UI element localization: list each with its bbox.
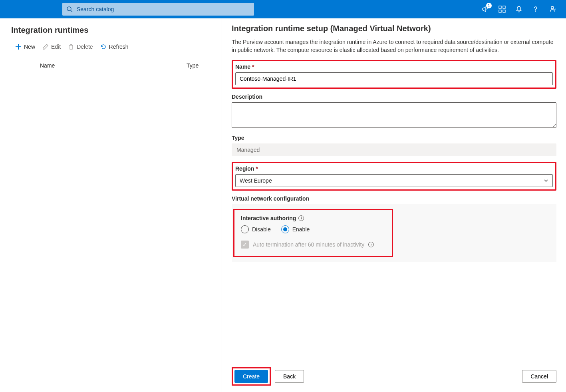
name-highlight: Name *: [232, 60, 556, 89]
trash-icon: [68, 44, 74, 50]
topbar-right: 1: [481, 5, 560, 13]
name-input[interactable]: [235, 72, 553, 85]
right-panel: Integration runtime setup (Managed Virtu…: [222, 18, 566, 392]
authoring-radios: Disable Enable: [241, 225, 385, 233]
back-button[interactable]: Back: [275, 370, 304, 383]
create-button[interactable]: Create: [234, 370, 268, 383]
checkmark-icon: ✓: [242, 241, 247, 248]
svg-point-6: [551, 6, 554, 9]
chevron-down-icon: [544, 178, 548, 183]
new-label: New: [24, 44, 35, 50]
required-asterisk: *: [252, 64, 254, 70]
description-label: Description: [232, 94, 556, 100]
radio-enable[interactable]: Enable: [281, 225, 310, 233]
edit-label: Edit: [51, 44, 61, 50]
new-button[interactable]: New: [15, 44, 35, 50]
collections-icon[interactable]: [498, 5, 506, 13]
name-label: Name *: [235, 64, 553, 70]
description-group: Description: [232, 94, 556, 129]
description-input[interactable]: [232, 102, 556, 128]
left-panel: Integration runtimes New Edit Delete Ref…: [0, 18, 222, 392]
region-value: West Europe: [240, 177, 272, 184]
delete-label: Delete: [77, 44, 93, 50]
type-group: Type Managed: [232, 135, 556, 156]
vnet-section: Interactive authoring i Disable Enable ✓: [232, 204, 556, 262]
delete-button[interactable]: Delete: [68, 44, 93, 50]
footer: Create Back Cancel: [232, 359, 556, 386]
toolbar: New Edit Delete Refresh: [0, 40, 222, 55]
pencil-icon: [42, 44, 49, 50]
svg-rect-3: [503, 6, 505, 8]
type-label: Type: [232, 135, 556, 141]
topbar: 1: [0, 0, 566, 18]
radio-enable-label: Enable: [292, 226, 310, 233]
column-name[interactable]: Name: [40, 62, 187, 69]
refresh-button[interactable]: Refresh: [100, 44, 129, 50]
vnet-label: Virtual network configuration: [232, 195, 556, 202]
radio-disable[interactable]: Disable: [241, 225, 271, 233]
svg-rect-2: [499, 6, 501, 8]
column-type[interactable]: Type: [187, 62, 211, 69]
type-value: Managed: [232, 143, 556, 156]
announcement-icon[interactable]: 1: [481, 5, 489, 13]
refresh-label: Refresh: [109, 44, 129, 50]
bell-icon[interactable]: [515, 5, 523, 13]
region-label: Region *: [235, 165, 553, 172]
info-icon[interactable]: i: [368, 242, 374, 247]
help-icon[interactable]: [532, 5, 540, 13]
auto-termination-checkbox[interactable]: ✓: [241, 241, 249, 249]
search-input[interactable]: [62, 3, 254, 16]
required-asterisk: *: [256, 165, 258, 172]
svg-rect-4: [499, 10, 501, 12]
create-highlight: Create: [232, 367, 271, 386]
panel-description: The Purview account manages the integrat…: [232, 38, 556, 54]
panel-title: Integration runtime setup (Managed Virtu…: [232, 24, 556, 33]
badge: 1: [486, 3, 492, 8]
region-highlight: Region * West Europe: [232, 162, 556, 191]
svg-point-0: [67, 7, 71, 11]
search-icon: [66, 6, 73, 12]
interactive-authoring-label: Interactive authoring i: [241, 215, 385, 221]
cancel-button[interactable]: Cancel: [522, 370, 556, 383]
search-wrap: [62, 3, 254, 16]
interactive-authoring-highlight: Interactive authoring i Disable Enable ✓: [233, 209, 393, 257]
svg-rect-5: [503, 10, 505, 12]
info-icon[interactable]: i: [298, 215, 304, 221]
table-header: Name Type: [0, 55, 222, 69]
auto-termination-row: ✓ Auto termination after 60 minutes of i…: [241, 241, 385, 249]
refresh-icon: [100, 44, 107, 50]
radio-disable-label: Disable: [252, 226, 271, 233]
plus-icon: [15, 44, 22, 50]
auto-termination-label: Auto termination after 60 minutes of ina…: [253, 241, 364, 248]
page-title: Integration runtimes: [0, 18, 222, 40]
radio-circle-icon: [241, 225, 249, 233]
svg-line-1: [71, 10, 72, 12]
radio-circle-checked-icon: [281, 225, 289, 233]
edit-button[interactable]: Edit: [42, 44, 61, 50]
feedback-icon[interactable]: [548, 5, 556, 13]
region-select[interactable]: West Europe: [235, 174, 553, 187]
